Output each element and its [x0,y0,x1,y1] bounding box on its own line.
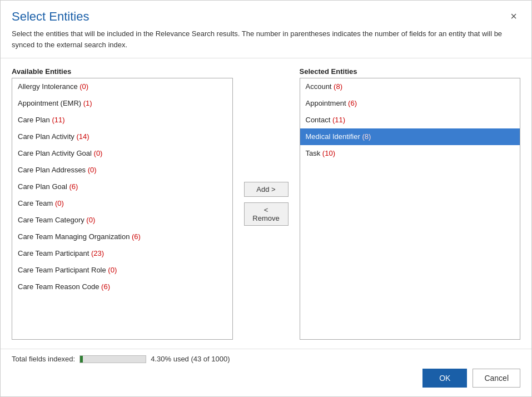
dialog-header: Select Entities Select the entities that… [1,1,531,50]
selected-list-container: Account (8)Appointment (6)Contact (11)Me… [300,78,521,340]
list-item[interactable]: Care Team Category (0) [12,212,232,229]
list-item[interactable]: Task (10) [300,145,520,162]
list-item[interactable]: Care Plan Activity (14) [12,128,232,145]
add-button[interactable]: Add > [244,182,289,197]
progress-row: Total fields indexed: 4.30% used (43 of … [12,355,520,363]
list-item[interactable]: Appointment (EMR) (1) [12,95,232,112]
selected-entity-list[interactable]: Account (8)Appointment (6)Contact (11)Me… [300,78,520,339]
remove-button[interactable]: < Remove [244,202,289,226]
transfer-buttons-area: Add > < Remove [233,67,300,340]
list-item[interactable]: Care Team Reason Code (6) [12,279,232,295]
list-item[interactable]: Care Team Participant Role (0) [12,262,232,279]
progress-label: Total fields indexed: [12,355,75,363]
list-item[interactable]: Allergy Intolerance (0) [12,78,232,95]
list-item[interactable]: Care Plan Addresses (0) [12,162,232,178]
list-item[interactable]: Care Team (0) [12,195,232,212]
action-buttons: OK Cancel [12,369,520,388]
available-list-container: Allergy Intolerance (0)Appointment (EMR)… [12,78,233,340]
list-item[interactable]: Care Plan Goal (6) [12,178,232,195]
progress-bar-container [79,355,146,363]
list-item[interactable]: Appointment (6) [300,95,520,112]
list-item[interactable]: Care Team Participant (23) [12,245,232,262]
ok-button[interactable]: OK [422,369,467,388]
list-item[interactable]: Account (8) [300,78,520,95]
progress-text: 4.30% used (43 of 1000) [151,355,230,363]
selected-entities-panel: Selected Entities Account (8)Appointment… [300,67,521,340]
list-item[interactable]: Care Plan Activity Goal (0) [12,145,232,162]
list-item[interactable]: Care Team Managing Organization (6) [12,229,232,245]
dialog-footer: Total fields indexed: 4.30% used (43 of … [1,349,531,396]
selected-panel-label: Selected Entities [300,67,521,76]
cancel-button[interactable]: Cancel [473,369,520,388]
close-button[interactable]: × [507,9,520,23]
dialog-description: Select the entities that will be include… [12,28,520,50]
columns-area: Available Entities Allergy Intolerance (… [1,58,531,349]
available-entities-panel: Available Entities Allergy Intolerance (… [12,67,233,340]
list-item[interactable]: Contact (11) [300,112,520,128]
dialog-title: Select Entities [12,9,520,24]
select-entities-dialog: Select Entities Select the entities that… [0,0,532,397]
available-entity-list[interactable]: Allergy Intolerance (0)Appointment (EMR)… [12,78,232,339]
list-item[interactable]: Medical Identifier (8) [300,128,520,145]
available-panel-label: Available Entities [12,67,233,76]
list-item[interactable]: Care Plan (11) [12,112,232,128]
progress-bar-fill [80,356,83,363]
